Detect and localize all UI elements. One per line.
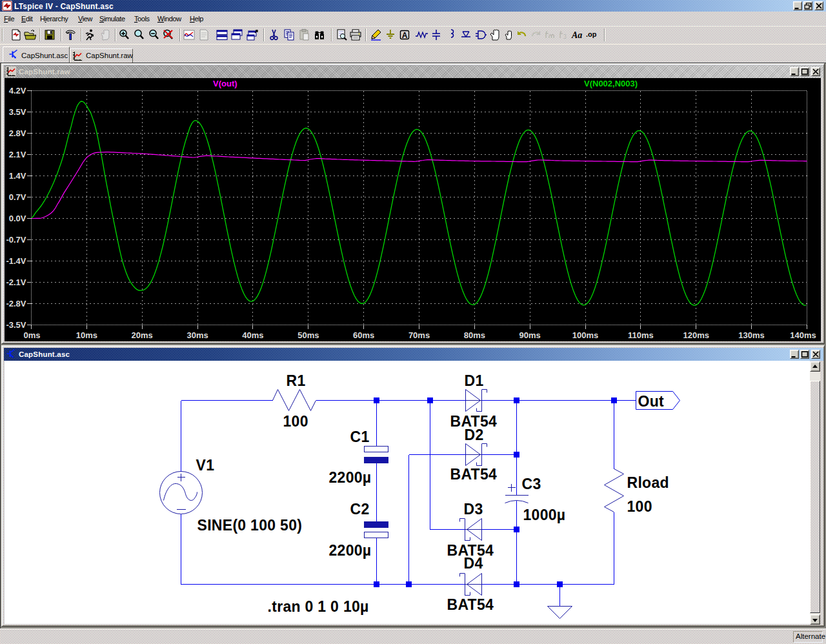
svg-text:1000µ: 1000µ: [523, 507, 566, 523]
svg-text:D2: D2: [465, 427, 484, 443]
svg-text:2200µ: 2200µ: [329, 542, 372, 559]
svg-text:140ms: 140ms: [790, 330, 816, 340]
svg-text:-1.4V: -1.4V: [6, 256, 26, 266]
svg-text:60ms: 60ms: [353, 330, 374, 340]
svg-text:50ms: 50ms: [297, 330, 319, 340]
svg-text:V(N002,N003): V(N002,N003): [584, 79, 638, 88]
svg-text:1.4V: 1.4V: [9, 171, 26, 181]
svg-text:90ms: 90ms: [519, 330, 541, 340]
svg-text:30ms: 30ms: [186, 330, 208, 340]
svg-text:100ms: 100ms: [572, 330, 598, 340]
svg-text:130ms: 130ms: [738, 330, 764, 340]
svg-text:3: 3: [563, 33, 567, 40]
svg-text:R1: R1: [287, 372, 306, 389]
svg-text:110ms: 110ms: [628, 330, 654, 340]
svg-text:100: 100: [283, 413, 308, 430]
svg-text:80ms: 80ms: [464, 330, 485, 340]
svg-text:V1: V1: [196, 457, 215, 474]
svg-text:.tran 0 1 0 10µ: .tran 0 1 0 10µ: [268, 598, 369, 615]
svg-text:Out: Out: [638, 393, 665, 410]
svg-text:-2.8V: -2.8V: [6, 299, 26, 308]
svg-text:BAT54: BAT54: [447, 596, 494, 613]
svg-text:C3: C3: [522, 476, 541, 492]
svg-text:40ms: 40ms: [242, 330, 263, 340]
svg-text:100: 100: [627, 498, 652, 515]
svg-text:A: A: [402, 31, 408, 40]
svg-text:-3.5V: -3.5V: [6, 320, 26, 330]
svg-text:D4: D4: [464, 555, 483, 572]
svg-text:Rload: Rload: [627, 474, 669, 491]
svg-text:20ms: 20ms: [132, 330, 153, 340]
svg-text:D1: D1: [465, 372, 484, 389]
svg-text:C1: C1: [350, 428, 370, 445]
svg-text:2.1V: 2.1V: [9, 150, 26, 159]
svg-text:10ms: 10ms: [76, 330, 97, 340]
svg-text:0ms: 0ms: [23, 330, 40, 340]
svg-text:BAT54: BAT54: [450, 466, 498, 483]
svg-text:Aa: Aa: [571, 30, 582, 40]
svg-text:120ms: 120ms: [683, 330, 709, 340]
svg-text:2200µ: 2200µ: [329, 469, 372, 486]
svg-text:-0.7V: -0.7V: [6, 235, 26, 245]
svg-text:D3: D3: [464, 501, 483, 518]
svg-text:C2: C2: [350, 501, 370, 518]
svg-text:SINE(0 100 50): SINE(0 100 50): [197, 517, 303, 534]
svg-text:4.2V: 4.2V: [9, 86, 26, 96]
svg-text:V(out): V(out): [213, 79, 237, 88]
svg-text:0.0V: 0.0V: [9, 214, 26, 223]
svg-text:2.8V: 2.8V: [9, 128, 26, 138]
svg-text:.op: .op: [586, 30, 597, 38]
svg-text:-2.1V: -2.1V: [6, 277, 26, 287]
svg-text:70ms: 70ms: [408, 330, 430, 340]
svg-text:0.7V: 0.7V: [9, 192, 26, 202]
svg-text:3.5V: 3.5V: [9, 107, 26, 117]
